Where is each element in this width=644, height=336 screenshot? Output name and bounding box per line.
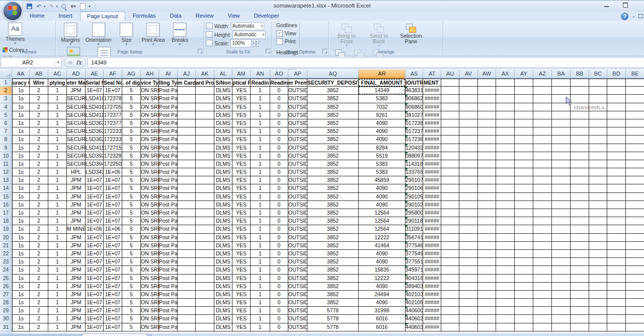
column-header-AV[interactable]: AV	[459, 70, 478, 79]
grid-cell[interactable]	[178, 111, 196, 119]
grid-cell[interactable]	[607, 152, 626, 160]
grid-cell[interactable]	[571, 79, 589, 87]
grid-cell[interactable]: #####	[423, 87, 441, 95]
grid-cell[interactable]: ON SRP	[141, 209, 159, 217]
grid-cell[interactable]	[533, 275, 552, 283]
grid-cell[interactable]	[178, 119, 196, 127]
grid-cell[interactable]: 5	[122, 283, 141, 291]
grid-cell[interactable]	[496, 152, 515, 160]
grid-cell[interactable]	[478, 176, 496, 184]
grid-cell[interactable]	[533, 242, 552, 250]
grid-cell[interactable]: 1E+07	[104, 242, 122, 250]
grid-cell[interactable]: #####	[423, 299, 441, 307]
grid-cell[interactable]: 6016	[359, 315, 406, 323]
grid-cell[interactable]: FINAL_AMOUNT	[359, 79, 406, 87]
grid-cell[interactable]: #####	[423, 127, 441, 136]
grid-cell[interactable]: 5	[122, 209, 141, 217]
grid-cell[interactable]	[496, 225, 515, 233]
column-header-AN[interactable]: AN	[251, 70, 270, 79]
grid-cell[interactable]: 0	[270, 176, 288, 184]
grid-cell[interactable]: DLMS	[214, 315, 232, 323]
grid-cell[interactable]: 1E+07	[104, 283, 122, 291]
grid-cell[interactable]	[626, 193, 644, 201]
grid-cell[interactable]: 2	[30, 103, 48, 111]
grid-cell[interactable]: 15835	[359, 266, 406, 274]
grid-cell[interactable]: 5383	[359, 95, 406, 103]
column-header-AA[interactable]: AA	[12, 70, 30, 79]
grid-cell[interactable]: 1	[251, 258, 270, 266]
grid-cell[interactable]: YES	[232, 250, 251, 258]
grid-cell[interactable]	[607, 225, 626, 233]
grid-cell[interactable]	[515, 152, 533, 160]
grid-cell[interactable]: 1	[48, 201, 67, 209]
grid-cell[interactable]: 2	[30, 87, 48, 95]
grid-cell[interactable]: YES	[232, 160, 251, 168]
grid-cell[interactable]: 402105	[406, 299, 423, 307]
grid-cell[interactable]: 1	[251, 242, 270, 250]
grid-cell[interactable]: uracy C	[12, 79, 30, 87]
gridlines-view-checkbox[interactable]: ✓View	[276, 29, 297, 37]
grid-cell[interactable]	[515, 193, 533, 201]
grid-cell[interactable]	[196, 193, 214, 201]
grid-cell[interactable]: 2	[30, 258, 48, 266]
column-header-AG[interactable]: AG	[122, 70, 141, 79]
grid-cell[interactable]	[589, 283, 607, 291]
grid-cell[interactable]	[478, 217, 496, 225]
grid-cell[interactable]: 1s	[12, 283, 30, 291]
grid-cell[interactable]	[589, 144, 607, 152]
grid-cell[interactable]	[533, 144, 552, 152]
grid-cell[interactable]: JPM	[67, 283, 86, 291]
grid-cell[interactable]: OUTSIDE	[288, 103, 307, 111]
grid-cell[interactable]: 1	[48, 193, 67, 201]
grid-cell[interactable]: OUTSIDE	[288, 225, 307, 233]
grid-cell[interactable]	[459, 111, 478, 119]
grid-cell[interactable]	[178, 323, 196, 331]
grid-cell[interactable]: ON SRP	[141, 315, 159, 323]
grid-cell[interactable]: Post Paid	[159, 315, 178, 323]
grid-cell[interactable]: OUTSIDE	[288, 144, 307, 152]
grid-cell[interactable]	[196, 184, 214, 192]
grid-cell[interactable]: DLMS	[214, 136, 232, 144]
page-setup-dialog-launcher-icon[interactable]	[198, 49, 203, 54]
grid-cell[interactable]: YES	[232, 283, 251, 291]
grid-cell[interactable]	[441, 136, 459, 144]
grid-cell[interactable]: JPM	[67, 201, 86, 209]
grid-cell[interactable]	[459, 103, 478, 111]
ribbon-tab-view[interactable]: View	[221, 12, 247, 20]
grid-cell[interactable]	[459, 193, 478, 201]
grid-cell[interactable]	[178, 168, 196, 176]
grid-cell[interactable]: YES	[232, 193, 251, 201]
grid-cell[interactable]: 8284	[359, 144, 406, 152]
row-header-21[interactable]: 21	[0, 242, 12, 250]
grid-cell[interactable]: 1	[251, 95, 270, 103]
grid-cell[interactable]	[515, 258, 533, 266]
grid-cell[interactable]: DLMS	[214, 323, 232, 331]
grid-cell[interactable]: lling Ty	[159, 79, 178, 87]
grid-cell[interactable]: DLMS	[214, 87, 232, 95]
grid-cell[interactable]: 1s	[12, 87, 30, 95]
grid-cell[interactable]: SECURE	[67, 111, 86, 119]
grid-cell[interactable]: 5	[122, 95, 141, 103]
grid-cell[interactable]	[607, 283, 626, 291]
grid-cell[interactable]	[478, 127, 496, 136]
grid-cell[interactable]: 1s	[12, 201, 30, 209]
grid-cell[interactable]: DLMS	[214, 225, 232, 233]
column-header-AF[interactable]: AF	[104, 70, 122, 79]
grid-cell[interactable]	[441, 283, 459, 291]
grid-cell[interactable]	[178, 201, 196, 209]
grid-cell[interactable]: 1E+07	[86, 217, 104, 225]
grid-cell[interactable]: OUTSIDE	[288, 209, 307, 217]
grid-cell[interactable]	[515, 225, 533, 233]
grid-cell[interactable]: SECURITY_DEPOSIT	[307, 79, 359, 87]
grid-cell[interactable]: IO/UTR	[406, 79, 423, 87]
grid-cell[interactable]	[626, 242, 644, 250]
grid-cell[interactable]: 017236	[406, 136, 423, 144]
grid-cell[interactable]: YES	[232, 307, 251, 315]
grid-cell[interactable]: 0	[270, 209, 288, 217]
grid-cell[interactable]: Post Paid	[159, 307, 178, 315]
grid-cell[interactable]: 9068628	[406, 95, 423, 103]
grid-cell[interactable]: 2	[30, 323, 48, 331]
grid-cell[interactable]: DLMS	[214, 144, 232, 152]
grid-cell[interactable]: 1	[48, 258, 67, 266]
grid-cell[interactable]: LSD394	[86, 160, 104, 168]
